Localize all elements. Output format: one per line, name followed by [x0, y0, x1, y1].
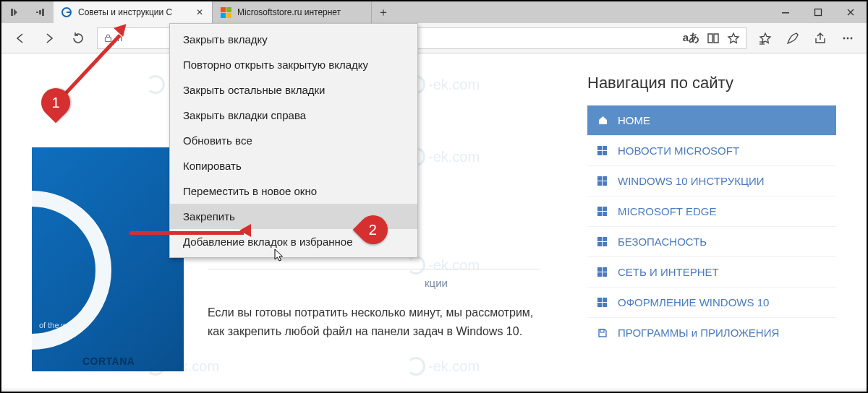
watermark: -ek.com — [407, 357, 480, 376]
thumbnail-brand: CORTANA — [82, 355, 135, 367]
sidebar-item-label: HOME — [618, 114, 650, 126]
back-button[interactable] — [7, 25, 33, 51]
svg-point-7 — [851, 37, 853, 39]
annotation-arrowhead-2 — [239, 224, 251, 237]
sidebar-item-label: MICROSOFT EDGE — [618, 205, 716, 217]
toolbar-right — [752, 25, 861, 51]
save-icon — [597, 328, 609, 338]
notes-button[interactable] — [780, 25, 806, 51]
grid-icon — [597, 267, 609, 277]
thumbnail-text-small: of the web — [39, 321, 76, 329]
context-item-reopen-closed[interactable]: Повторно открыть закрытую вкладку — [170, 52, 417, 77]
toolbar: h aあ — [1, 23, 867, 53]
svg-rect-1 — [67, 12, 70, 13]
svg-rect-4 — [106, 38, 111, 42]
sidebar-item-network[interactable]: СЕТЬ И ИНТЕРНЕТ — [587, 257, 836, 288]
grid-icon — [597, 237, 609, 246]
svg-point-6 — [847, 37, 849, 39]
context-item-refresh-all[interactable]: Обновить все — [170, 128, 417, 153]
sidebar-item-edge[interactable]: MICROSOFT EDGE — [587, 196, 836, 227]
tab-strip: Советы и инструкции С ✕ Microsoftstore.r… — [54, 1, 395, 23]
address-bar-actions: aあ — [683, 31, 740, 45]
minimize-button[interactable] — [769, 1, 801, 23]
context-item-copy[interactable]: Копировать — [170, 153, 417, 178]
grid-icon — [597, 146, 609, 155]
grid-icon — [597, 176, 609, 186]
page-content: -ek.com -ek.com -ek.com -ek.com -ek.com … — [1, 53, 867, 392]
close-window-button[interactable] — [834, 1, 867, 23]
translate-icon[interactable]: aあ — [683, 31, 699, 45]
tab-title: Советы и инструкции С — [78, 7, 189, 17]
grid-icon — [597, 207, 609, 216]
tab-strip-left-actions — [1, 1, 54, 23]
sidebar-item-security[interactable]: БЕЗОПАСНОСТЬ — [587, 227, 836, 257]
favorite-star-icon[interactable] — [727, 32, 740, 45]
svg-rect-2 — [782, 12, 789, 14]
article-thumbnail: of the web CORTANA — [32, 147, 184, 371]
titlebar: Советы и инструкции С ✕ Microsoftstore.r… — [1, 1, 867, 23]
window-controls — [769, 1, 867, 23]
new-tab-button[interactable]: ＋ — [372, 1, 395, 23]
context-item-close-others[interactable]: Закрыть остальные вкладки — [170, 77, 417, 103]
refresh-button[interactable] — [65, 25, 91, 51]
annotation-callout-2: 2 — [359, 215, 388, 244]
annotation-arrow-2 — [129, 231, 244, 235]
sidebar-item-label: ПРОГРАММЫ и ПРИЛОЖЕНИЯ — [618, 327, 779, 339]
svg-rect-3 — [814, 9, 821, 16]
context-item-move-new-window[interactable]: Переместить в новое окно — [170, 178, 417, 204]
context-item-close-right[interactable]: Закрыть вкладки справа — [170, 103, 417, 128]
share-button[interactable] — [807, 25, 833, 51]
sidebar-item-theme[interactable]: ОФОРМЛЕНИЕ WINDOWS 10 — [587, 288, 836, 318]
sidebar-item-win10[interactable]: WINDOWS 10 ИНСТРУКЦИИ — [587, 166, 836, 196]
forward-button[interactable] — [36, 25, 62, 51]
tab-second[interactable]: Microsoftstore.ru интернет — [213, 1, 372, 23]
set-aside-tabs-button[interactable] — [1, 1, 27, 23]
sidebar-item-label: WINDOWS 10 ИНСТРУКЦИИ — [618, 175, 765, 187]
favicon-g-ek — [61, 7, 72, 18]
article-paragraph: Если вы готовы потратить несколько минут… — [208, 303, 548, 340]
tab-close-button[interactable]: ✕ — [195, 7, 205, 17]
sidebar-item-label: НОВОСТИ MICROSOFT — [618, 144, 739, 157]
tab-active[interactable]: Советы и инструкции С ✕ — [54, 1, 213, 23]
sidebar-item-news[interactable]: НОВОСТИ MICROSOFT — [587, 136, 836, 166]
sidebar-item-home[interactable]: HOME — [587, 105, 836, 136]
sidebar-item-apps[interactable]: ПРОГРАММЫ и ПРИЛОЖЕНИЯ — [587, 318, 836, 347]
sidebar-item-label: ОФОРМЛЕНИЕ WINDOWS 10 — [618, 296, 769, 308]
sidebar-title: Навигация по сайту — [587, 74, 836, 92]
sidebar-item-label: СЕТЬ И ИНТЕРНЕТ — [618, 266, 719, 278]
tab-title: Microsoftstore.ru интернет — [237, 7, 364, 17]
reading-view-icon[interactable] — [707, 33, 720, 44]
more-button[interactable] — [835, 25, 861, 51]
mouse-cursor-icon — [274, 249, 286, 263]
grid-icon — [597, 298, 609, 307]
favorites-hub-button[interactable] — [752, 25, 778, 51]
sidebar-item-label: БЕЗОПАСНОСТЬ — [618, 236, 707, 248]
annotation-callout-1: 1 — [41, 88, 70, 117]
maximize-button[interactable] — [801, 1, 834, 23]
context-item-close-tab[interactable]: Закрыть вкладку — [170, 27, 417, 52]
page-cutoff — [1, 387, 867, 392]
show-set-aside-tabs-button[interactable] — [27, 1, 54, 23]
breadcrumb: кции — [208, 269, 540, 289]
svg-point-5 — [843, 37, 846, 39]
site-nav-sidebar: Навигация по сайту HOME НОВОСТИ MICROSOF… — [587, 74, 836, 347]
favicon-microsoft — [220, 7, 231, 18]
home-icon — [597, 115, 609, 126]
